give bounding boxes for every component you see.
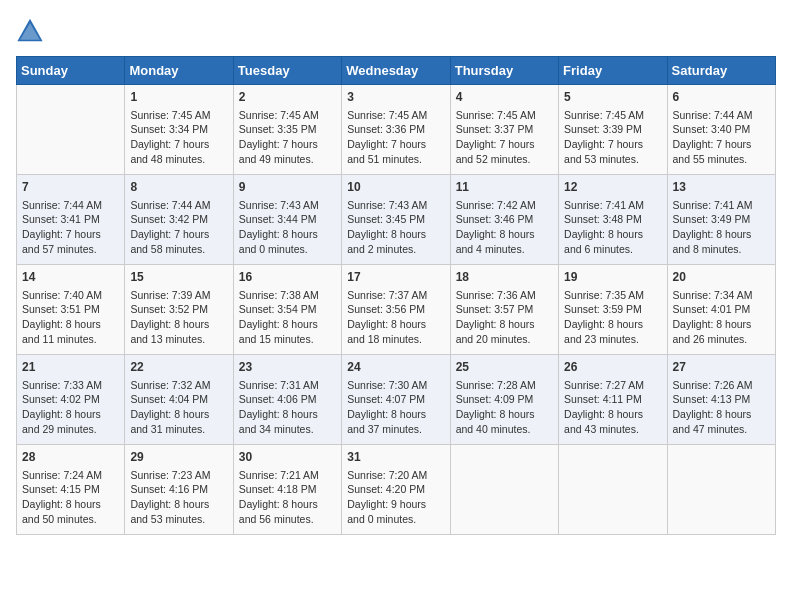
day-number: 18 xyxy=(456,269,553,286)
header-day-tuesday: Tuesday xyxy=(233,57,341,85)
calendar-cell: 26Sunrise: 7:27 AM Sunset: 4:11 PM Dayli… xyxy=(559,355,667,445)
calendar-cell: 3Sunrise: 7:45 AM Sunset: 3:36 PM Daylig… xyxy=(342,85,450,175)
day-number: 15 xyxy=(130,269,227,286)
logo xyxy=(16,16,48,44)
day-number: 20 xyxy=(673,269,770,286)
calendar-cell: 11Sunrise: 7:42 AM Sunset: 3:46 PM Dayli… xyxy=(450,175,558,265)
cell-content: Sunrise: 7:27 AM Sunset: 4:11 PM Dayligh… xyxy=(564,378,661,437)
calendar-cell: 27Sunrise: 7:26 AM Sunset: 4:13 PM Dayli… xyxy=(667,355,775,445)
calendar-cell: 15Sunrise: 7:39 AM Sunset: 3:52 PM Dayli… xyxy=(125,265,233,355)
calendar-cell: 4Sunrise: 7:45 AM Sunset: 3:37 PM Daylig… xyxy=(450,85,558,175)
cell-content: Sunrise: 7:23 AM Sunset: 4:16 PM Dayligh… xyxy=(130,468,227,527)
day-number: 3 xyxy=(347,89,444,106)
calendar-week-row: 28Sunrise: 7:24 AM Sunset: 4:15 PM Dayli… xyxy=(17,445,776,535)
cell-content: Sunrise: 7:32 AM Sunset: 4:04 PM Dayligh… xyxy=(130,378,227,437)
day-number: 11 xyxy=(456,179,553,196)
calendar-cell: 28Sunrise: 7:24 AM Sunset: 4:15 PM Dayli… xyxy=(17,445,125,535)
header-day-saturday: Saturday xyxy=(667,57,775,85)
cell-content: Sunrise: 7:41 AM Sunset: 3:49 PM Dayligh… xyxy=(673,198,770,257)
day-number: 26 xyxy=(564,359,661,376)
cell-content: Sunrise: 7:38 AM Sunset: 3:54 PM Dayligh… xyxy=(239,288,336,347)
calendar-cell: 14Sunrise: 7:40 AM Sunset: 3:51 PM Dayli… xyxy=(17,265,125,355)
calendar-table: SundayMondayTuesdayWednesdayThursdayFrid… xyxy=(16,56,776,535)
day-number: 6 xyxy=(673,89,770,106)
cell-content: Sunrise: 7:21 AM Sunset: 4:18 PM Dayligh… xyxy=(239,468,336,527)
calendar-cell: 9Sunrise: 7:43 AM Sunset: 3:44 PM Daylig… xyxy=(233,175,341,265)
calendar-cell: 6Sunrise: 7:44 AM Sunset: 3:40 PM Daylig… xyxy=(667,85,775,175)
cell-content: Sunrise: 7:41 AM Sunset: 3:48 PM Dayligh… xyxy=(564,198,661,257)
calendar-header-row: SundayMondayTuesdayWednesdayThursdayFrid… xyxy=(17,57,776,85)
day-number: 2 xyxy=(239,89,336,106)
cell-content: Sunrise: 7:33 AM Sunset: 4:02 PM Dayligh… xyxy=(22,378,119,437)
day-number: 9 xyxy=(239,179,336,196)
cell-content: Sunrise: 7:20 AM Sunset: 4:20 PM Dayligh… xyxy=(347,468,444,527)
calendar-week-row: 1Sunrise: 7:45 AM Sunset: 3:34 PM Daylig… xyxy=(17,85,776,175)
calendar-cell: 8Sunrise: 7:44 AM Sunset: 3:42 PM Daylig… xyxy=(125,175,233,265)
calendar-cell xyxy=(450,445,558,535)
cell-content: Sunrise: 7:45 AM Sunset: 3:35 PM Dayligh… xyxy=(239,108,336,167)
calendar-cell xyxy=(17,85,125,175)
calendar-cell: 10Sunrise: 7:43 AM Sunset: 3:45 PM Dayli… xyxy=(342,175,450,265)
day-number: 16 xyxy=(239,269,336,286)
day-number: 17 xyxy=(347,269,444,286)
calendar-cell: 30Sunrise: 7:21 AM Sunset: 4:18 PM Dayli… xyxy=(233,445,341,535)
calendar-cell: 5Sunrise: 7:45 AM Sunset: 3:39 PM Daylig… xyxy=(559,85,667,175)
day-number: 5 xyxy=(564,89,661,106)
header-day-friday: Friday xyxy=(559,57,667,85)
calendar-cell: 25Sunrise: 7:28 AM Sunset: 4:09 PM Dayli… xyxy=(450,355,558,445)
cell-content: Sunrise: 7:35 AM Sunset: 3:59 PM Dayligh… xyxy=(564,288,661,347)
calendar-cell: 23Sunrise: 7:31 AM Sunset: 4:06 PM Dayli… xyxy=(233,355,341,445)
header-day-sunday: Sunday xyxy=(17,57,125,85)
day-number: 12 xyxy=(564,179,661,196)
calendar-cell: 7Sunrise: 7:44 AM Sunset: 3:41 PM Daylig… xyxy=(17,175,125,265)
day-number: 4 xyxy=(456,89,553,106)
cell-content: Sunrise: 7:30 AM Sunset: 4:07 PM Dayligh… xyxy=(347,378,444,437)
day-number: 13 xyxy=(673,179,770,196)
calendar-cell: 29Sunrise: 7:23 AM Sunset: 4:16 PM Dayli… xyxy=(125,445,233,535)
cell-content: Sunrise: 7:24 AM Sunset: 4:15 PM Dayligh… xyxy=(22,468,119,527)
day-number: 14 xyxy=(22,269,119,286)
day-number: 7 xyxy=(22,179,119,196)
day-number: 19 xyxy=(564,269,661,286)
day-number: 30 xyxy=(239,449,336,466)
header-day-wednesday: Wednesday xyxy=(342,57,450,85)
cell-content: Sunrise: 7:45 AM Sunset: 3:34 PM Dayligh… xyxy=(130,108,227,167)
header-day-thursday: Thursday xyxy=(450,57,558,85)
calendar-cell: 2Sunrise: 7:45 AM Sunset: 3:35 PM Daylig… xyxy=(233,85,341,175)
cell-content: Sunrise: 7:40 AM Sunset: 3:51 PM Dayligh… xyxy=(22,288,119,347)
calendar-week-row: 14Sunrise: 7:40 AM Sunset: 3:51 PM Dayli… xyxy=(17,265,776,355)
logo-icon xyxy=(16,16,44,44)
calendar-cell: 24Sunrise: 7:30 AM Sunset: 4:07 PM Dayli… xyxy=(342,355,450,445)
cell-content: Sunrise: 7:43 AM Sunset: 3:45 PM Dayligh… xyxy=(347,198,444,257)
calendar-cell: 12Sunrise: 7:41 AM Sunset: 3:48 PM Dayli… xyxy=(559,175,667,265)
day-number: 31 xyxy=(347,449,444,466)
calendar-cell: 31Sunrise: 7:20 AM Sunset: 4:20 PM Dayli… xyxy=(342,445,450,535)
day-number: 24 xyxy=(347,359,444,376)
calendar-week-row: 21Sunrise: 7:33 AM Sunset: 4:02 PM Dayli… xyxy=(17,355,776,445)
calendar-cell: 22Sunrise: 7:32 AM Sunset: 4:04 PM Dayli… xyxy=(125,355,233,445)
calendar-cell: 17Sunrise: 7:37 AM Sunset: 3:56 PM Dayli… xyxy=(342,265,450,355)
cell-content: Sunrise: 7:43 AM Sunset: 3:44 PM Dayligh… xyxy=(239,198,336,257)
cell-content: Sunrise: 7:37 AM Sunset: 3:56 PM Dayligh… xyxy=(347,288,444,347)
day-number: 10 xyxy=(347,179,444,196)
day-number: 25 xyxy=(456,359,553,376)
page-header xyxy=(16,16,776,44)
cell-content: Sunrise: 7:28 AM Sunset: 4:09 PM Dayligh… xyxy=(456,378,553,437)
calendar-cell: 21Sunrise: 7:33 AM Sunset: 4:02 PM Dayli… xyxy=(17,355,125,445)
calendar-cell: 18Sunrise: 7:36 AM Sunset: 3:57 PM Dayli… xyxy=(450,265,558,355)
cell-content: Sunrise: 7:45 AM Sunset: 3:37 PM Dayligh… xyxy=(456,108,553,167)
cell-content: Sunrise: 7:44 AM Sunset: 3:40 PM Dayligh… xyxy=(673,108,770,167)
cell-content: Sunrise: 7:39 AM Sunset: 3:52 PM Dayligh… xyxy=(130,288,227,347)
calendar-week-row: 7Sunrise: 7:44 AM Sunset: 3:41 PM Daylig… xyxy=(17,175,776,265)
calendar-cell xyxy=(667,445,775,535)
calendar-cell: 1Sunrise: 7:45 AM Sunset: 3:34 PM Daylig… xyxy=(125,85,233,175)
calendar-cell: 20Sunrise: 7:34 AM Sunset: 4:01 PM Dayli… xyxy=(667,265,775,355)
header-day-monday: Monday xyxy=(125,57,233,85)
calendar-cell: 16Sunrise: 7:38 AM Sunset: 3:54 PM Dayli… xyxy=(233,265,341,355)
day-number: 1 xyxy=(130,89,227,106)
cell-content: Sunrise: 7:45 AM Sunset: 3:39 PM Dayligh… xyxy=(564,108,661,167)
calendar-cell: 13Sunrise: 7:41 AM Sunset: 3:49 PM Dayli… xyxy=(667,175,775,265)
cell-content: Sunrise: 7:42 AM Sunset: 3:46 PM Dayligh… xyxy=(456,198,553,257)
day-number: 21 xyxy=(22,359,119,376)
cell-content: Sunrise: 7:36 AM Sunset: 3:57 PM Dayligh… xyxy=(456,288,553,347)
